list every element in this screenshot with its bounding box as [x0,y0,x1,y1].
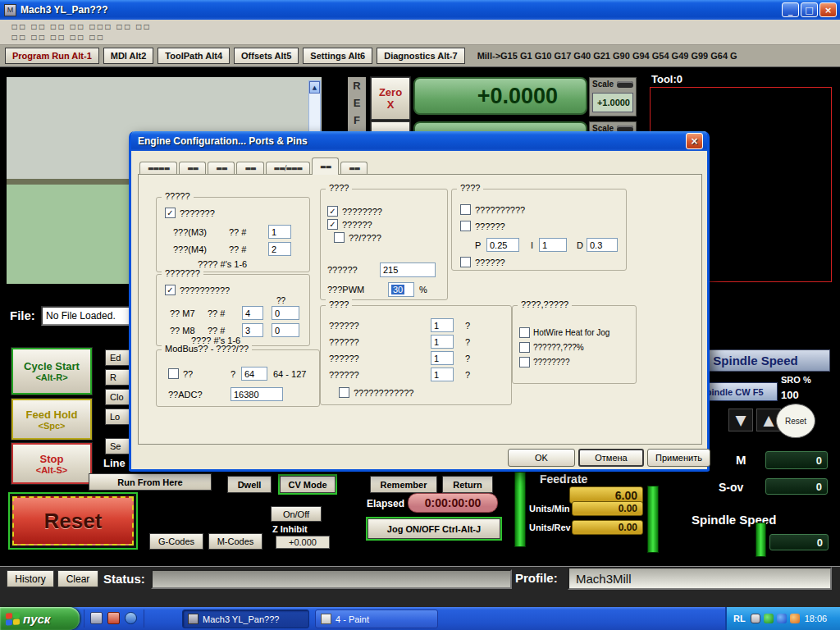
clear-button[interactable]: Clear [57,570,98,587]
coolant-group-title: ??????? [162,268,203,278]
stop-button[interactable]: Stop <Alt-S> [11,443,92,484]
pid-i-input[interactable] [539,238,567,252]
cycle-start-button[interactable]: Cycle Start <Alt-R> [11,348,92,395]
coolant-row1-input1[interactable] [242,306,263,320]
jog-onoff-button[interactable]: Jog ON/OFF Ctrl-Alt-J [368,518,500,539]
coolant-row1-input2[interactable] [272,306,299,320]
quick-launch-icon-2[interactable] [107,612,120,624]
dialog-tab-5[interactable]: ▬▬/▬▬▬ [266,162,311,175]
coolant-enable-checkbox[interactable]: ✓ [165,285,176,295]
tab-mdi[interactable]: MDI Alt2 [103,48,154,64]
minimize-button[interactable]: _ [782,2,799,17]
special-cb2-checkbox[interactable] [519,342,530,353]
units-rev-dro[interactable]: 0.00 [572,520,643,535]
tab-toolpath[interactable]: ToolPath Alt4 [158,48,230,64]
units-min-dro[interactable]: 0.00 [572,501,643,516]
modbus-range-label: 64 - 127 [273,369,306,379]
quick-launch-icon-1[interactable] [90,612,103,624]
tray-icon-4[interactable] [790,614,800,623]
dwell-button[interactable]: Dwell [227,476,272,493]
coolant-row2-input2[interactable] [272,323,299,337]
gcodes-button[interactable]: G-Codes [149,533,203,550]
return-button[interactable]: Return [442,476,493,493]
dialog-tab-4[interactable]: ▬▬ [236,162,263,175]
onoff-button[interactable]: On/Off [271,506,322,522]
ok-button[interactable]: OK [508,449,575,467]
m-dro[interactable]: 0 [765,451,828,469]
pulley-row2-input[interactable] [431,335,454,349]
menu-row-2[interactable]: □□ □□ □□ □□ □□ [11,32,840,43]
feed-hold-button[interactable]: Feed Hold <Spc> [11,399,92,440]
tab-diagnostics[interactable]: Diagnostics Alt-7 [377,48,464,64]
dialog-tab-6-active[interactable]: ▬▬ [312,158,339,175]
motor-freq-input[interactable] [380,262,436,277]
close-button[interactable]: × [819,2,837,17]
tab-offsets[interactable]: Offsets Alt5 [234,48,299,64]
window-title: Mach3 YL_Pan??? [21,4,107,16]
pid-cb1-checkbox[interactable] [460,204,471,215]
x-scale-value[interactable]: +1.0000 [592,93,633,112]
motor-pwm-input[interactable]: 30 [388,282,414,297]
start-button[interactable]: пуск [0,607,80,630]
reset-button[interactable]: Reset [12,496,134,546]
motor-cb3-checkbox[interactable] [334,232,345,243]
menu-row-1[interactable]: □□ □□ □□ □□ □□□ □□ □□ [11,21,840,32]
pulley-checkbox[interactable] [339,387,349,398]
dialog-close-icon[interactable]: × [686,133,703,149]
apply-button[interactable]: Применить [647,449,710,467]
special-cb3-checkbox[interactable] [519,357,530,368]
tray-icon-3[interactable] [777,614,787,623]
coolant-row2-input1[interactable] [242,323,263,337]
x-axis-dro[interactable]: +0.0000 [413,77,587,115]
pulley-row4-label: ?????? [329,370,359,380]
special-cb1-checkbox[interactable] [519,327,530,338]
task-button-mach3[interactable]: Mach3 YL_Pan??? [182,609,309,628]
clock[interactable]: 18:06 [805,614,828,623]
zero-x-button[interactable]: Zero X [371,77,410,120]
tab-settings[interactable]: Settings Alt6 [303,48,372,64]
tray-icon-1[interactable] [751,614,760,623]
tab-program-run[interactable]: Program Run Alt-1 [5,48,99,64]
maximize-button[interactable]: □ [801,2,818,17]
motor-freq-label: ?????? [327,265,358,275]
pid-p-input[interactable] [486,238,519,252]
modbus-adc-input[interactable] [231,387,283,401]
cv-mode-button[interactable]: CV Mode [280,476,336,493]
cancel-button[interactable]: Отмена [578,449,644,467]
modbus-reg-input[interactable] [241,367,267,381]
task-button-paint[interactable]: 4 - Paint [315,609,438,628]
dialog-tab-1[interactable]: ▬▬▬▬ [139,162,177,175]
elapsed-time-dro[interactable]: 0:00:00:00 [408,493,498,513]
x-scale-slider[interactable] [617,81,633,88]
relay-row2-input[interactable] [268,242,291,256]
quick-launch-icon-3[interactable] [125,612,137,624]
tray-icon-2[interactable] [764,614,774,623]
sro-value[interactable]: 100 [781,389,799,401]
spindle-speed-dro[interactable]: 0 [769,534,829,550]
remember-button[interactable]: Remember [370,476,437,493]
pid-cb1-label: ?????????? [475,205,525,215]
sov-dro[interactable]: 0 [765,478,828,495]
dialog-tab-7[interactable]: ▬▬ [340,162,368,175]
pid-d-input[interactable] [587,238,618,252]
pulley-row1-input[interactable] [431,318,454,332]
motor-cb2-checkbox[interactable]: ✓ [327,219,338,230]
spindle-down-arrow-icon[interactable]: ▼ [728,409,753,431]
z-inhibit-value[interactable]: +0.000 [276,536,330,549]
pid-cb2-checkbox[interactable] [460,221,471,231]
motor-cb1-checkbox[interactable]: ✓ [327,206,338,217]
dialog-tab-3[interactable]: ▬▬ [208,162,235,175]
mcodes-button[interactable]: M-Codes [208,533,262,550]
pulley-row3-input[interactable] [431,351,454,365]
keyboard-layout-indicator[interactable]: RL [733,614,746,623]
dialog-tab-2[interactable]: ▬▬ [179,162,206,175]
sro-reset-button[interactable]: Reset [776,404,815,438]
relay-row1-input[interactable] [268,225,291,239]
modbus-enable-checkbox[interactable] [168,368,179,379]
pid-cb3-checkbox[interactable] [460,257,471,267]
scroll-up-icon[interactable]: ▲ [309,81,320,94]
history-button[interactable]: History [7,570,54,587]
run-from-here-button[interactable]: Run From Here [89,473,212,491]
relay-enable-checkbox[interactable]: ✓ [165,208,176,218]
pulley-row4-input[interactable] [431,368,454,381]
